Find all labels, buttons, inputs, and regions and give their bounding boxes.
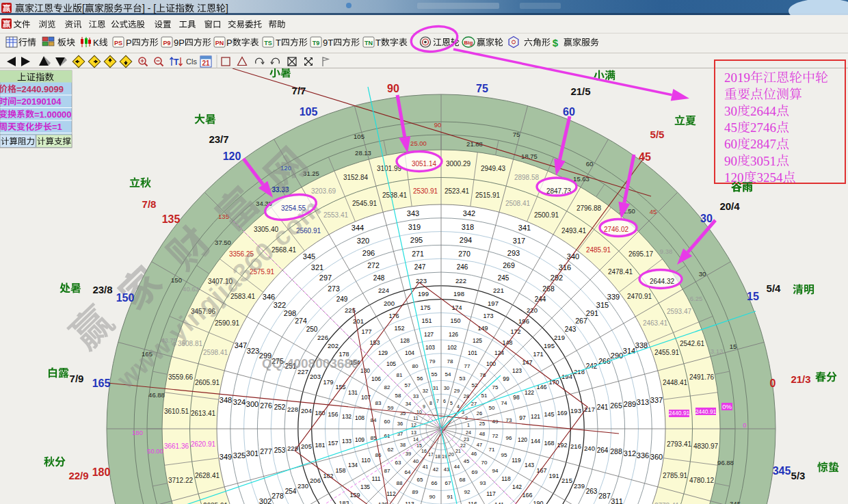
svg-text:63: 63 xyxy=(395,460,401,466)
svg-text:141: 141 xyxy=(494,501,504,504)
svg-text:TS: TS xyxy=(264,40,272,47)
svg-text:101: 101 xyxy=(468,349,477,356)
svg-text:41: 41 xyxy=(423,464,428,470)
svg-text:129: 129 xyxy=(378,349,388,356)
svg-text:193: 193 xyxy=(570,407,581,414)
svg-text:87: 87 xyxy=(384,468,390,474)
svg-text:172: 172 xyxy=(510,328,520,335)
svg-text:=1: =1 xyxy=(52,122,62,132)
svg-text:7/7: 7/7 xyxy=(292,85,306,96)
svg-text:340: 340 xyxy=(567,252,579,261)
svg-text:90: 90 xyxy=(429,494,436,500)
svg-text:278: 278 xyxy=(271,492,284,500)
svg-text:37.50: 37.50 xyxy=(215,239,231,246)
svg-text:57: 57 xyxy=(405,382,411,388)
svg-text:96.88: 96.88 xyxy=(717,459,734,466)
svg-text:P: P xyxy=(226,38,233,48)
svg-text:180: 180 xyxy=(315,410,325,416)
svg-text:108: 108 xyxy=(355,414,365,421)
svg-text:2598.41: 2598.41 xyxy=(203,349,228,356)
svg-text:323: 323 xyxy=(247,347,259,355)
svg-text:97: 97 xyxy=(519,414,526,421)
svg-text:246: 246 xyxy=(457,263,468,271)
svg-text:35: 35 xyxy=(400,410,406,416)
svg-text:33: 33 xyxy=(413,393,419,399)
svg-text:5: 5 xyxy=(450,401,453,406)
svg-text:5/4: 5/4 xyxy=(767,282,782,294)
svg-text:13: 13 xyxy=(411,430,416,435)
svg-text:337: 337 xyxy=(650,396,663,404)
svg-text:111: 111 xyxy=(372,475,381,482)
svg-text:95: 95 xyxy=(501,452,507,458)
svg-text:20: 20 xyxy=(449,452,454,457)
svg-text:191: 191 xyxy=(548,473,559,479)
svg-text:245: 245 xyxy=(498,274,509,282)
svg-text:292: 292 xyxy=(551,274,563,282)
svg-text:105: 105 xyxy=(300,106,318,118)
svg-text:2440.91: 2440.91 xyxy=(695,408,717,415)
svg-text:81: 81 xyxy=(397,372,403,378)
svg-text:180: 180 xyxy=(92,466,111,478)
svg-text:302: 302 xyxy=(259,497,271,504)
svg-text:150: 150 xyxy=(116,292,135,304)
svg-text:38: 38 xyxy=(400,442,406,448)
svg-text:17: 17 xyxy=(428,452,434,457)
svg-text:287: 287 xyxy=(598,492,611,500)
svg-text:4: 4 xyxy=(457,404,460,409)
svg-text:2898.58: 2898.58 xyxy=(514,174,540,181)
svg-text:168: 168 xyxy=(544,440,554,447)
svg-text:2746.02: 2746.02 xyxy=(604,226,629,233)
svg-text:204: 204 xyxy=(301,407,312,414)
svg-text:43: 43 xyxy=(444,466,449,473)
svg-text:344: 344 xyxy=(352,224,364,232)
svg-text:341: 341 xyxy=(518,224,531,232)
svg-text:28.13: 28.13 xyxy=(355,149,371,157)
svg-text:150: 150 xyxy=(450,317,460,324)
svg-text:30: 30 xyxy=(700,213,713,224)
svg-text:8: 8 xyxy=(429,401,432,406)
svg-text:39: 39 xyxy=(406,451,411,457)
svg-text:88: 88 xyxy=(397,480,403,486)
svg-text:2593.47: 2593.47 xyxy=(667,308,692,315)
svg-text:136: 136 xyxy=(378,501,388,504)
svg-text:60: 60 xyxy=(586,160,594,168)
svg-text:2620.91: 2620.91 xyxy=(191,440,216,448)
svg-text:125: 125 xyxy=(473,337,482,344)
svg-text:199: 199 xyxy=(418,290,429,297)
svg-text:342: 342 xyxy=(463,209,475,217)
svg-text:314: 314 xyxy=(623,347,635,355)
svg-text:2605.91: 2605.91 xyxy=(195,379,220,386)
svg-text:3.13: 3.13 xyxy=(711,347,724,355)
svg-text:3051.14: 3051.14 xyxy=(412,160,437,168)
svg-text:230: 230 xyxy=(297,482,308,490)
svg-text:167: 167 xyxy=(536,467,546,474)
svg-text:150: 150 xyxy=(171,276,182,284)
svg-text:2644.32: 2644.32 xyxy=(650,278,675,285)
svg-text:2793.41: 2793.41 xyxy=(667,440,692,448)
svg-text:58: 58 xyxy=(395,393,401,399)
svg-text:2463.41: 2463.41 xyxy=(643,319,668,327)
svg-text:149: 149 xyxy=(477,325,488,332)
svg-text:23/8: 23/8 xyxy=(92,284,112,295)
svg-text:274: 274 xyxy=(295,317,307,325)
svg-text:183: 183 xyxy=(339,500,349,504)
svg-text:345: 345 xyxy=(303,252,315,261)
svg-text:72: 72 xyxy=(492,433,499,439)
svg-text:98: 98 xyxy=(513,394,520,401)
svg-text:325: 325 xyxy=(233,451,246,460)
svg-text:2796.88: 2796.88 xyxy=(577,204,602,212)
svg-text:311: 311 xyxy=(611,497,623,504)
svg-text:47: 47 xyxy=(477,442,482,448)
svg-text:322: 322 xyxy=(274,301,286,309)
svg-text:36: 36 xyxy=(397,421,403,427)
svg-text:145: 145 xyxy=(544,411,554,418)
svg-text:301: 301 xyxy=(246,449,259,457)
svg-text:2478.41: 2478.41 xyxy=(608,268,633,276)
svg-text:192: 192 xyxy=(557,442,567,449)
svg-text:142: 142 xyxy=(512,483,522,490)
svg-text:293: 293 xyxy=(507,249,520,257)
svg-text:218: 218 xyxy=(574,368,585,375)
svg-text:9.38: 9.38 xyxy=(660,248,673,255)
svg-text:3152.84: 3152.84 xyxy=(343,174,369,181)
svg-text:2455.91: 2455.91 xyxy=(654,349,680,356)
